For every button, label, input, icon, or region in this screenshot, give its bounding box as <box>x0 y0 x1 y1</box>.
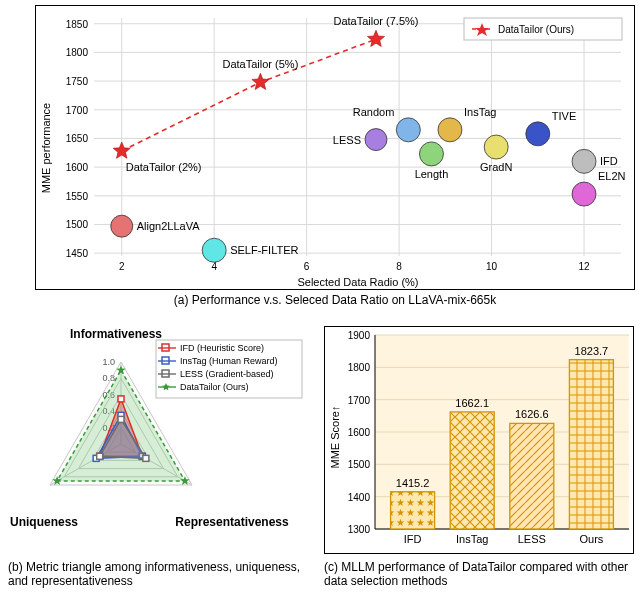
svg-text:8: 8 <box>396 261 402 272</box>
axis-representativeness: Representativeness <box>175 515 289 529</box>
bar-IFD <box>391 492 435 529</box>
bubble-label-InsTag: InsTag <box>464 106 496 118</box>
svg-text:1500: 1500 <box>348 459 371 470</box>
svg-text:1850: 1850 <box>66 19 89 30</box>
svg-text:1450: 1450 <box>66 248 89 259</box>
bubble-SELF-FILTER <box>202 238 226 262</box>
svg-rect-57 <box>97 453 103 459</box>
bubble-TIVE <box>526 122 550 146</box>
bubble-label-GradN: GradN <box>480 161 512 173</box>
caption-b: (b) Metric triangle among informativenes… <box>0 560 318 588</box>
bubble-GradN <box>484 135 508 159</box>
bubble-EL2N <box>572 182 596 206</box>
svg-text:1300: 1300 <box>348 524 371 535</box>
svg-text:1.0: 1.0 <box>102 357 115 367</box>
bubble-label-Random: Random <box>353 106 395 118</box>
bar-cat: IFD <box>404 533 422 545</box>
bubble-label-EL2N: EL2N <box>598 170 626 182</box>
bubble-label-LESS: LESS <box>333 134 361 146</box>
legend-b-item: IFD (Heuristic Score) <box>180 343 264 353</box>
star-label: DataTailor (2%) <box>126 161 202 173</box>
svg-text:1750: 1750 <box>66 76 89 87</box>
axis-informativeness: Informativeness <box>70 327 162 341</box>
bar-value: 1662.1 <box>455 397 489 409</box>
panel-c-bar: ★ 1300140015001600170018001900 1415.2IFD… <box>324 326 634 554</box>
bubble-label-SELF-FILTER: SELF-FILTER <box>230 244 298 256</box>
bubble-Length <box>419 142 443 166</box>
svg-text:1650: 1650 <box>66 133 89 144</box>
svg-text:1600: 1600 <box>66 162 89 173</box>
legend-a-label: DataTailor (Ours) <box>498 24 574 35</box>
bubble-label-IFD: IFD <box>600 155 618 167</box>
svg-text:2: 2 <box>119 261 125 272</box>
svg-text:6: 6 <box>304 261 310 272</box>
panel-b-radar: 0.20.40.60.81.0 Informativeness Represen… <box>6 326 304 554</box>
svg-text:1400: 1400 <box>348 492 371 503</box>
bubble-label-Length: Length <box>415 168 449 180</box>
x-axis-label: Selected Data Radio (%) <box>297 276 418 288</box>
legend-b-item: InsTag (Human Reward) <box>180 356 278 366</box>
bar-value: 1823.7 <box>575 345 609 357</box>
panel-b-svg: 0.20.40.60.81.0 Informativeness Represen… <box>6 326 304 554</box>
svg-rect-55 <box>118 416 124 422</box>
panel-c-svg: ★ 1300140015001600170018001900 1415.2IFD… <box>325 327 635 555</box>
bar-InsTag <box>450 412 494 529</box>
bubble-Align2LLaVA <box>111 215 133 237</box>
caption-c: (c) MLLM performance of DataTailor compa… <box>318 560 640 588</box>
svg-text:1550: 1550 <box>66 191 89 202</box>
bubble-label-TIVE: TIVE <box>552 110 576 122</box>
svg-rect-47 <box>118 396 124 402</box>
panel-a-scatter: 24681012 1450150015501600165017001750180… <box>35 5 635 290</box>
legend-b-item: LESS (Gradient-based) <box>180 369 274 379</box>
bar-value: 1415.2 <box>396 477 430 489</box>
bubble-IFD <box>572 149 596 173</box>
bubble-InsTag <box>438 118 462 142</box>
axis-uniqueness: Uniqueness <box>10 515 78 529</box>
star-marker <box>252 73 269 89</box>
bubble-Random <box>396 118 420 142</box>
svg-text:10: 10 <box>486 261 498 272</box>
bar-cat: InsTag <box>456 533 488 545</box>
svg-text:1500: 1500 <box>66 219 89 230</box>
svg-text:12: 12 <box>578 261 590 272</box>
bar-cat: Ours <box>579 533 603 545</box>
legend-b: IFD (Heuristic Score)InsTag (Human Rewar… <box>156 340 302 398</box>
y-axis-label: MME performance <box>40 103 52 193</box>
star-marker <box>367 30 384 46</box>
bar-Ours <box>569 360 613 529</box>
legend-b-item: DataTailor (Ours) <box>180 382 249 392</box>
svg-text:1700: 1700 <box>348 395 371 406</box>
bubble-LESS <box>365 129 387 151</box>
bubble-label-Align2LLaVA: Align2LLaVA <box>137 220 200 232</box>
caption-a: (a) Performance v.s. Seleced Data Ratio … <box>35 293 635 307</box>
svg-text:1700: 1700 <box>66 105 89 116</box>
star-label: DataTailor (7.5%) <box>333 15 418 27</box>
svg-text:1800: 1800 <box>66 47 89 58</box>
bar-LESS <box>510 423 554 529</box>
legend-a: DataTailor (Ours) <box>464 18 622 40</box>
star-label: DataTailor (5%) <box>223 58 299 70</box>
svg-text:1800: 1800 <box>348 362 371 373</box>
bar-value: 1626.6 <box>515 408 549 420</box>
svg-rect-56 <box>143 455 149 461</box>
panel-a-svg: 24681012 1450150015501600165017001750180… <box>36 6 636 291</box>
svg-text:1900: 1900 <box>348 330 371 341</box>
c-ylabel: MME Score↑ <box>329 406 341 469</box>
bar-cat: LESS <box>518 533 546 545</box>
svg-text:1600: 1600 <box>348 427 371 438</box>
